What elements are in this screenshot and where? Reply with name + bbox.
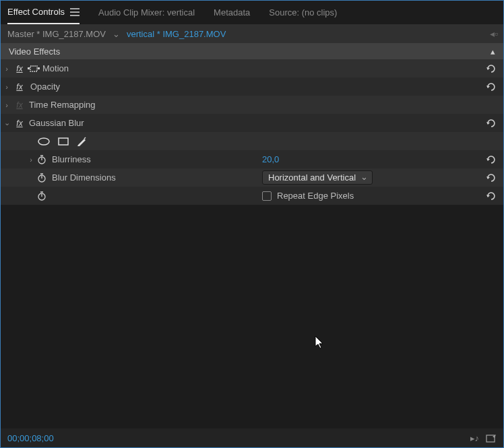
section-video-effects[interactable]: Video Effects ▴ [1,43,503,59]
pen-mask-icon[interactable] [76,136,87,147]
fx-badge-icon[interactable]: fx [13,64,26,73]
twirl-icon[interactable] [1,101,13,109]
reset-button[interactable] [485,155,497,164]
repeat-edge-checkbox[interactable] [262,191,272,201]
file-path-bar: Master * IMG_2187.MOV ⌄ vertical * IMG_2… [1,24,503,43]
section-label: Video Effects [9,46,60,57]
reset-button[interactable] [485,119,497,128]
stopwatch-icon[interactable] [37,155,48,164]
mask-shapes-row [1,132,503,150]
fx-badge-icon[interactable]: fx [13,100,26,110]
transform-icon[interactable] [26,64,41,73]
tab-source[interactable]: Source: (no clips) [269,1,337,24]
mouse-cursor-icon [315,335,325,349]
rectangle-mask-icon[interactable] [57,137,69,146]
chevron-down-icon[interactable]: ⌄ [113,29,120,39]
sequence-clip-name[interactable]: vertical * IMG_2187.MOV [127,29,226,39]
twirl-icon[interactable] [1,65,13,73]
effects-list: fx Motion fx Opacity [1,59,503,205]
top-tabs: Effect Controls Audio Clip Mixer: vertic… [1,1,503,24]
bottom-bar: 00;00;08;00 ▸♪ [1,428,503,447]
play-only-icon[interactable]: ▸♪ [470,433,480,443]
timecode-display[interactable]: 00;00;08;00 [7,433,54,443]
effect-motion[interactable]: fx Motion [1,59,503,77]
param-blurriness: Blurriness 20,0 [1,150,503,168]
blur-dimensions-dropdown[interactable]: Horizontal and Vertical [262,170,373,185]
timeline-toggle-icon[interactable]: ◂▫ [490,28,498,39]
svg-rect-4 [59,138,68,145]
reset-button[interactable] [485,191,497,201]
collapse-icon[interactable]: ▴ [491,46,495,57]
checkbox-label: Repeat Edge Pixels [277,191,354,201]
stopwatch-icon[interactable] [37,191,48,201]
effect-label: Opacity [29,82,262,92]
ellipse-mask-icon[interactable] [37,137,51,146]
export-frame-icon[interactable] [486,433,497,443]
blurriness-value[interactable]: 20,0 [262,154,279,164]
svg-rect-2 [38,67,40,69]
svg-rect-1 [28,67,30,69]
fx-badge-icon[interactable]: fx [13,119,26,128]
reset-button[interactable] [485,82,497,92]
tab-label: Effect Controls [7,7,65,17]
master-clip-name[interactable]: Master * IMG_2187.MOV [7,29,106,39]
stopwatch-icon[interactable] [37,173,48,183]
hamburger-icon[interactable] [70,8,80,16]
fx-badge-icon[interactable]: fx [13,82,26,92]
twirl-icon[interactable] [1,119,13,127]
tab-metadata[interactable]: Metadata [214,1,250,24]
effect-opacity[interactable]: fx Opacity [1,77,503,96]
tab-audio-mixer[interactable]: Audio Clip Mixer: vertical [98,1,195,24]
reset-button[interactable] [485,64,497,73]
param-repeat-edge: Repeat Edge Pixels [1,187,503,205]
effect-label: Gaussian Blur [26,118,262,128]
svg-point-3 [38,138,49,145]
effect-gaussian-blur[interactable]: fx Gaussian Blur [1,114,503,132]
tab-effect-controls[interactable]: Effect Controls [7,1,80,24]
effect-label: Time Remapping [26,100,262,110]
effect-label: Motion [41,63,262,73]
param-blur-dimensions: Blur Dimensions Horizontal and Vertical [1,168,503,187]
reset-button[interactable] [485,173,497,183]
svg-rect-0 [30,66,37,71]
param-label: Blur Dimensions [52,172,146,183]
effect-time-remapping[interactable]: fx Time Remapping [1,96,503,114]
twirl-icon[interactable] [1,83,13,91]
twirl-icon[interactable] [25,156,37,164]
param-label: Blurriness [52,154,146,164]
